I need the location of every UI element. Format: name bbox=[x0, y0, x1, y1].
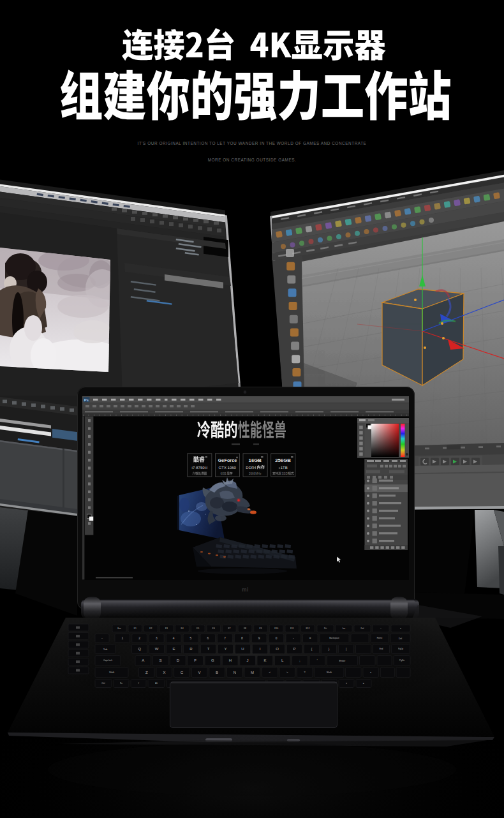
svg-text:|: | bbox=[346, 648, 346, 651]
svg-text:<: < bbox=[269, 671, 271, 674]
svg-text:Y: Y bbox=[224, 647, 226, 651]
svg-text:F9: F9 bbox=[260, 627, 262, 630]
svg-text:D: D bbox=[177, 658, 180, 662]
svg-text:End: End bbox=[380, 648, 383, 650]
svg-text:Enter: Enter bbox=[339, 659, 346, 662]
svg-text:+1TB: +1TB bbox=[278, 466, 288, 470]
svg-text:F12: F12 bbox=[306, 627, 309, 630]
svg-text:F10: F10 bbox=[274, 627, 278, 630]
svg-text:M: M bbox=[251, 671, 254, 674]
svg-text:B: B bbox=[216, 671, 218, 674]
svg-text:Shift: Shift bbox=[327, 671, 332, 674]
svg-text:P: P bbox=[293, 647, 295, 651]
svg-text:4: 4 bbox=[173, 637, 175, 640]
svg-text:U: U bbox=[241, 647, 244, 651]
svg-text:PgUp: PgUp bbox=[398, 648, 403, 650]
svg-text:PgDn: PgDn bbox=[399, 659, 404, 662]
svg-text:5: 5 bbox=[190, 637, 192, 640]
svg-text:S: S bbox=[159, 658, 162, 662]
svg-text:256GB: 256GB bbox=[275, 457, 291, 463]
svg-text:O: O bbox=[276, 647, 279, 651]
svg-text:Backspace: Backspace bbox=[329, 637, 339, 639]
svg-text:F5: F5 bbox=[196, 627, 199, 630]
svg-text:9: 9 bbox=[258, 637, 260, 640]
svg-text:F8: F8 bbox=[244, 627, 246, 630]
svg-text:2666MHz: 2666MHz bbox=[249, 472, 262, 475]
svg-text:A: A bbox=[142, 658, 144, 662]
svg-text:Del: Del bbox=[399, 637, 402, 640]
svg-text:Alt: Alt bbox=[155, 682, 158, 685]
svg-text:N: N bbox=[233, 671, 236, 674]
svg-text:': ' bbox=[317, 659, 318, 662]
svg-text:⌂: ⌂ bbox=[380, 627, 382, 630]
svg-text:Caps lock: Caps lock bbox=[103, 659, 112, 662]
svg-text:=: = bbox=[309, 637, 311, 640]
svg-text:Ps: Ps bbox=[84, 398, 89, 402]
svg-text:W: W bbox=[155, 647, 159, 651]
svg-text:Ins: Ins bbox=[343, 627, 346, 630]
svg-text:Z: Z bbox=[145, 671, 148, 674]
svg-text:X: X bbox=[163, 671, 165, 674]
svg-text:6GB: 6GB bbox=[220, 472, 226, 475]
svg-text:≡: ≡ bbox=[400, 627, 401, 630]
svg-text:7: 7 bbox=[224, 637, 226, 640]
svg-text:3: 3 bbox=[156, 637, 158, 640]
svg-text:►: ► bbox=[363, 682, 365, 685]
svg-text:Prt: Prt bbox=[324, 627, 327, 630]
svg-text:Ctrl: Ctrl bbox=[101, 682, 105, 685]
svg-text:GeForce: GeForce bbox=[218, 457, 237, 463]
svg-text:Home: Home bbox=[377, 637, 383, 639]
svg-text:C: C bbox=[181, 671, 184, 674]
svg-text:Shift: Shift bbox=[109, 671, 115, 674]
svg-text:16GB: 16GB bbox=[249, 457, 262, 463]
svg-text:DDR4: DDR4 bbox=[246, 466, 256, 470]
svg-text:R: R bbox=[189, 647, 193, 651]
svg-text:H: H bbox=[229, 658, 232, 662]
svg-text:F6: F6 bbox=[212, 627, 215, 630]
svg-text:2: 2 bbox=[138, 637, 140, 640]
svg-text:Tab: Tab bbox=[103, 648, 108, 651]
svg-text:G: G bbox=[211, 658, 214, 662]
svg-text:F11: F11 bbox=[290, 627, 294, 630]
svg-text:IT'S OUR ORIGINAL INTENTION TO: IT'S OUR ORIGINAL INTENTION TO LET YOU W… bbox=[138, 141, 367, 145]
svg-text:Q: Q bbox=[138, 647, 141, 651]
svg-text:6: 6 bbox=[207, 637, 209, 640]
svg-text:T: T bbox=[207, 647, 210, 651]
svg-text:;: ; bbox=[299, 659, 300, 662]
svg-text:0: 0 bbox=[276, 637, 278, 640]
svg-text:F7: F7 bbox=[228, 627, 230, 630]
svg-text:▼: ▼ bbox=[346, 682, 348, 685]
svg-text:F4: F4 bbox=[181, 627, 184, 630]
svg-text:Del: Del bbox=[361, 627, 364, 630]
svg-text:Esc: Esc bbox=[117, 627, 121, 630]
svg-text:K: K bbox=[263, 658, 266, 662]
svg-text:F1: F1 bbox=[134, 627, 137, 630]
svg-text:SSD: SSD bbox=[282, 472, 288, 475]
svg-text:E: E bbox=[172, 647, 175, 651]
svg-text:#: # bbox=[138, 682, 139, 685]
svg-text:1: 1 bbox=[121, 637, 123, 640]
svg-text:mi: mi bbox=[242, 586, 249, 593]
svg-text:J: J bbox=[247, 658, 249, 662]
svg-text:8: 8 bbox=[241, 637, 243, 640]
svg-text:▲: ▲ bbox=[370, 671, 372, 674]
svg-text:Fn: Fn bbox=[120, 682, 122, 685]
svg-text:F: F bbox=[194, 658, 196, 662]
svg-text:F2: F2 bbox=[149, 627, 152, 630]
svg-text:i7-8750H: i7-8750H bbox=[192, 466, 207, 470]
svg-text:>: > bbox=[286, 671, 288, 674]
svg-text:V: V bbox=[198, 671, 201, 674]
svg-text:F3: F3 bbox=[165, 627, 168, 630]
svg-text:MORE ON CREATING OUTSIDE GAMES: MORE ON CREATING OUTSIDE GAMES. bbox=[208, 158, 297, 162]
svg-text:GTX 1060: GTX 1060 bbox=[219, 466, 237, 470]
